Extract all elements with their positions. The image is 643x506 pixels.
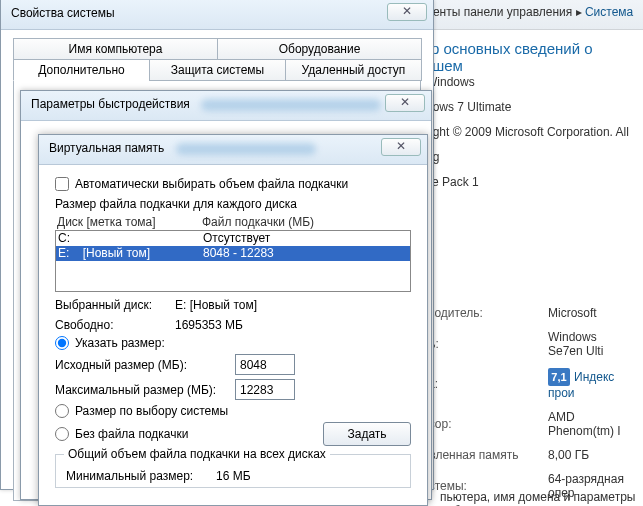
free-space-label: Свободно: (55, 318, 175, 332)
initial-size-label: Исходный размер (МБ): (55, 358, 235, 372)
tab-advanced[interactable]: Дополнительно (13, 59, 150, 81)
col-disk: Диск [метка тома] (57, 215, 202, 229)
value: Windows Se7en Ulti (540, 326, 641, 362)
auto-manage-checkbox[interactable]: Автоматически выбирать объем файла подка… (55, 177, 411, 191)
section-label: Размер файла подкачки для каждого диска (55, 197, 411, 211)
close-icon: ✕ (402, 4, 412, 18)
tab-hardware[interactable]: Оборудование (217, 38, 422, 60)
edition-label: Windows (426, 70, 643, 95)
disk-label: [Новый том] (83, 246, 150, 260)
list-header: Диск [метка тома] Файл подкачки (МБ) (55, 215, 411, 229)
blurred-region (201, 99, 381, 111)
set-button[interactable]: Задать (323, 422, 411, 446)
edition-value: dows 7 Ultimate (426, 95, 643, 120)
edition-block: Windows dows 7 Ultimate right © 2009 Mic… (426, 70, 643, 195)
close-button[interactable]: ✕ (385, 94, 425, 112)
selected-disk-value: E: [Новый том] (175, 298, 257, 312)
tab-system-protection[interactable]: Защита системы (149, 59, 286, 81)
selected-disk-label: Выбранный диск: (55, 298, 175, 312)
value: AMD Phenom(tm) I (540, 406, 641, 442)
disk-letter: E: (58, 246, 69, 260)
rating-cell: 7,1Индекс прои (540, 364, 641, 404)
checkbox-label: Автоматически выбирать объем файла подка… (75, 177, 348, 191)
page-headline: отр основных сведений о вашем (416, 40, 643, 74)
close-icon: ✕ (400, 95, 410, 109)
pagefile-value: 8048 - 12283 (203, 246, 274, 261)
radio-input[interactable] (55, 427, 69, 441)
checkbox-input[interactable] (55, 177, 69, 191)
window-title: Свойства системы (11, 6, 115, 20)
value: Microsoft (540, 302, 641, 324)
list-item[interactable]: C: Отсутствует (56, 231, 410, 246)
copyright-text: right © 2009 Microsoft Corporation. All … (426, 120, 643, 170)
min-size-value: 16 МБ (216, 469, 251, 483)
radio-input[interactable] (55, 336, 69, 350)
free-space-value: 1695353 МБ (175, 318, 243, 332)
close-button[interactable]: ✕ (381, 138, 421, 156)
radio-label: Без файла подкачки (75, 427, 188, 441)
radio-input[interactable] (55, 404, 69, 418)
virtual-memory-window: Виртуальная память ✕ Автоматически выбир… (38, 134, 428, 506)
disk-letter: C: (58, 231, 70, 245)
close-icon: ✕ (396, 139, 406, 153)
radio-label: Указать размер: (75, 336, 165, 350)
initial-size-input[interactable] (235, 354, 295, 375)
breadcrumb-item[interactable]: Система (585, 5, 633, 19)
radio-no-pagefile[interactable]: Без файла подкачки (55, 427, 323, 441)
breadcrumb-bar: ементы панели управления ▸ Система (410, 0, 643, 30)
radio-custom-size[interactable]: Указать размер: (55, 336, 411, 350)
window-title: Параметры быстродействия (31, 97, 190, 111)
window-title: Виртуальная память (49, 141, 164, 155)
radio-system-managed[interactable]: Размер по выбору системы (55, 404, 411, 418)
breadcrumb-separator: ▸ (576, 5, 582, 19)
total-pagefile-group: Общий объем файла подкачки на всех диска… (55, 454, 411, 488)
maximum-size-input[interactable] (235, 379, 295, 400)
service-pack: ce Pack 1 (426, 170, 643, 195)
maximum-size-label: Максимальный размер (МБ): (55, 383, 235, 397)
titlebar[interactable]: Свойства системы ✕ (1, 0, 433, 30)
wei-badge: 7,1 (548, 368, 570, 386)
list-item[interactable]: E: [Новый том] 8048 - 12283 (56, 246, 410, 261)
drive-listbox[interactable]: C: Отсутствует E: [Новый том] 8048 - 122… (55, 230, 411, 292)
close-button[interactable]: ✕ (387, 3, 427, 21)
breadcrumb-item[interactable]: ементы панели управления (418, 5, 572, 19)
blurred-region (176, 143, 316, 155)
settings-section-label: пьютера, имя домена и параметры рабо (440, 490, 643, 506)
min-size-label: Минимальный размер: (66, 469, 216, 483)
tab-computer-name[interactable]: Имя компьютера (13, 38, 218, 60)
group-title: Общий объем файла подкачки на всех диска… (64, 447, 330, 461)
titlebar[interactable]: Параметры быстродействия ✕ (21, 91, 431, 121)
radio-label: Размер по выбору системы (75, 404, 228, 418)
tab-remote[interactable]: Удаленный доступ (285, 59, 422, 81)
titlebar[interactable]: Виртуальная память ✕ (39, 135, 427, 165)
col-file: Файл подкачки (МБ) (202, 215, 314, 229)
system-info-table: изводитель:Microsoft ель:Windows Se7en U… (406, 300, 643, 506)
value: 8,00 ГБ (540, 444, 641, 466)
pagefile-value: Отсутствует (203, 231, 270, 246)
